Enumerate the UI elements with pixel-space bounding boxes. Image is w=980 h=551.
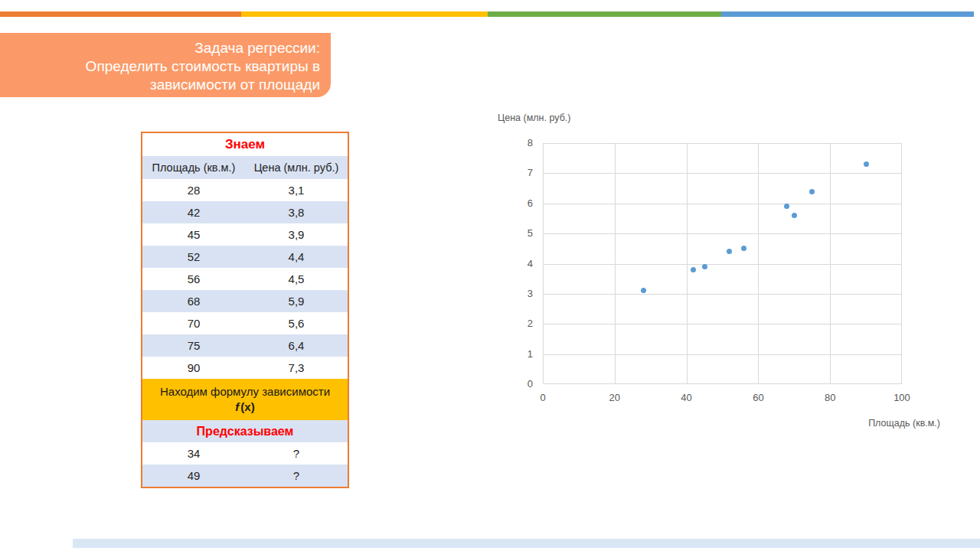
cell-price: ? [245, 469, 348, 482]
table-row: 70 5,6 [142, 312, 348, 334]
column-header-price: Цена (млн. руб.) [245, 161, 348, 174]
gridline-horizontal [543, 173, 902, 174]
table-section-header-predict: Предсказываем [142, 420, 348, 442]
cell-area: 90 [142, 361, 245, 374]
title-line-3: зависимости от площади [0, 76, 320, 94]
gridline-horizontal [543, 204, 902, 204]
top-accent-bar [0, 11, 980, 17]
gridline-horizontal [543, 324, 902, 324]
table-row: 75 6,4 [142, 334, 348, 357]
cell-price: 4,4 [245, 250, 348, 263]
formula-x: (x) [240, 400, 254, 413]
y-tick-label: 6 [505, 197, 533, 209]
x-tick-label: 0 [528, 392, 558, 403]
table-column-header-row: Площадь (кв.м.) Цена (млн. руб.) [142, 156, 348, 179]
table-row: 28 3,1 [142, 179, 348, 201]
table-row: 42 3,8 [142, 201, 348, 223]
x-tick-label: 80 [815, 392, 845, 403]
cell-price: ? [245, 447, 348, 460]
table-row: 56 4,5 [142, 268, 348, 290]
table-row: 52 4,4 [142, 246, 348, 268]
footer-accent-bar [73, 539, 980, 548]
cell-area: 45 [142, 228, 245, 241]
y-tick-label: 8 [505, 137, 533, 148]
formula-fx: f(x) [235, 399, 254, 415]
data-point [809, 189, 815, 194]
slide-title-box: Задача регрессии: Определить стоимость к… [0, 33, 331, 97]
cell-price: 5,6 [245, 317, 348, 330]
y-tick-label: 2 [505, 318, 533, 329]
cell-price: 6,4 [245, 339, 348, 352]
y-tick-label: 0 [505, 378, 533, 390]
y-tick-label: 5 [505, 227, 533, 239]
chart-y-axis-title: Цена (млн. руб.) [498, 112, 570, 123]
table-row: 90 7,3 [142, 357, 348, 379]
table-row: 49 ? [142, 465, 348, 487]
cell-area: 42 [142, 206, 245, 219]
data-point [864, 161, 869, 167]
gridline-horizontal [543, 233, 902, 234]
gridline-horizontal [543, 264, 902, 265]
cell-price: 7,3 [245, 361, 348, 374]
cell-price: 4,5 [245, 272, 348, 285]
accent-bar-orange [0, 11, 241, 17]
column-header-area: Площадь (кв.м.) [142, 161, 245, 174]
y-tick-label: 3 [505, 288, 533, 299]
cell-area: 70 [142, 317, 245, 330]
table-row: 34 ? [142, 442, 348, 465]
cell-area: 56 [142, 272, 245, 285]
x-tick-label: 60 [743, 392, 773, 403]
table-section-header-known: Знаем [142, 133, 348, 156]
accent-bar-blue [721, 11, 974, 17]
y-tick-label: 4 [505, 258, 533, 269]
known-data-table: Знаем Площадь (кв.м.) Цена (млн. руб.) 2… [141, 132, 349, 488]
title-line-1: Задача регрессии: [0, 39, 320, 57]
cell-price: 3,9 [245, 228, 348, 241]
formula-text: Находим формулу зависимости [160, 384, 330, 399]
cell-area: 75 [142, 339, 245, 352]
cell-price: 3,8 [245, 206, 348, 219]
accent-bar-yellow [241, 11, 488, 17]
cell-price: 5,9 [245, 295, 348, 308]
x-tick-label: 20 [599, 392, 630, 403]
formula-highlight-row: Находим формулу зависимости f(x) [142, 379, 348, 420]
data-point [792, 213, 797, 218]
accent-bar-green [488, 11, 721, 17]
table-row: 68 5,9 [142, 290, 348, 312]
x-tick-label: 100 [887, 392, 917, 403]
data-point [702, 264, 707, 269]
gridline-horizontal [543, 294, 902, 295]
chart-x-axis-title: Площадь (кв.м.) [787, 418, 940, 429]
cell-area: 28 [142, 184, 245, 197]
title-line-2: Определить стоимость квартиры в [0, 57, 320, 76]
gridline-horizontal [543, 354, 902, 355]
cell-price: 3,1 [245, 184, 348, 197]
table-row: 45 3,9 [142, 223, 348, 246]
x-tick-label: 40 [671, 392, 702, 403]
cell-area: 34 [142, 447, 245, 460]
cell-area: 68 [142, 295, 245, 308]
cell-area: 49 [142, 469, 245, 482]
formula-f: f [235, 400, 239, 413]
cell-area: 52 [142, 250, 245, 263]
y-tick-label: 7 [505, 167, 533, 178]
y-tick-label: 1 [505, 348, 533, 360]
